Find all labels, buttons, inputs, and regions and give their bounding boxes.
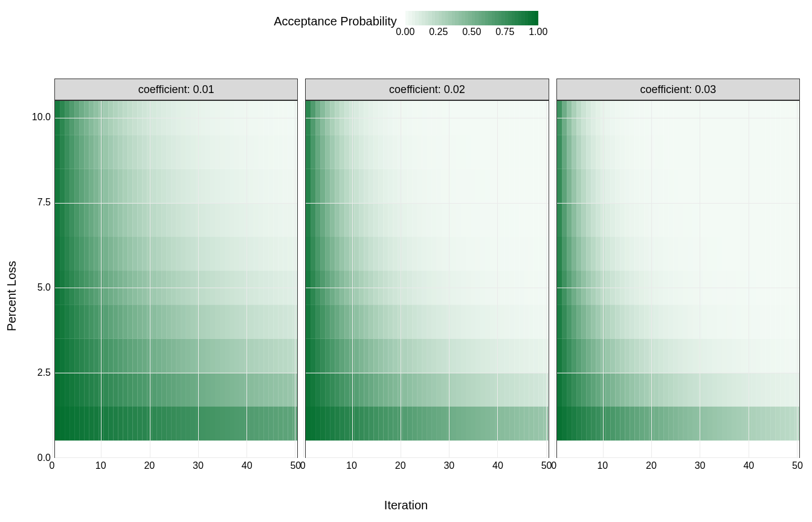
svg-rect-1177 xyxy=(688,304,692,338)
svg-rect-892 xyxy=(509,169,514,202)
svg-rect-753 xyxy=(320,237,325,271)
svg-rect-1410 xyxy=(605,135,610,169)
svg-rect-1266 xyxy=(634,237,639,271)
svg-rect-172 xyxy=(162,304,167,338)
svg-rect-812 xyxy=(364,203,369,237)
facet-strip: coefficient: 0.01 xyxy=(54,79,298,100)
svg-rect-10 xyxy=(103,407,108,440)
svg-rect-123 xyxy=(167,338,172,372)
svg-rect-34 xyxy=(220,407,225,440)
svg-rect-83 xyxy=(215,373,220,407)
svg-rect-443 xyxy=(263,135,268,169)
svg-rect-101 xyxy=(60,338,65,372)
svg-rect-401 xyxy=(60,135,65,169)
svg-rect-8 xyxy=(94,407,98,440)
svg-rect-796 xyxy=(529,237,534,271)
x-axis-ticks: 01020304050 xyxy=(54,458,298,475)
svg-rect-408 xyxy=(94,135,98,169)
svg-rect-1442 xyxy=(761,135,765,169)
svg-rect-858 xyxy=(345,169,350,202)
svg-rect-351 xyxy=(60,169,65,202)
svg-rect-280 xyxy=(201,237,205,271)
svg-rect-768 xyxy=(393,237,398,271)
svg-rect-872 xyxy=(413,169,417,202)
svg-rect-594 xyxy=(519,373,524,407)
svg-rect-656 xyxy=(335,304,340,338)
svg-rect-1344 xyxy=(770,203,775,237)
svg-rect-1081 xyxy=(707,373,712,407)
svg-rect-638 xyxy=(490,338,495,372)
svg-rect-1406 xyxy=(586,135,591,169)
svg-rect-1306 xyxy=(586,203,591,237)
svg-rect-1126 xyxy=(683,338,688,372)
svg-rect-1120 xyxy=(654,338,659,372)
svg-rect-1346 xyxy=(780,203,785,237)
svg-rect-503 xyxy=(320,407,325,440)
svg-rect-665 xyxy=(379,304,384,338)
svg-rect-1103 xyxy=(572,338,576,372)
svg-rect-441 xyxy=(254,135,259,169)
svg-rect-1051 xyxy=(562,373,567,407)
svg-rect-165 xyxy=(127,304,132,338)
svg-rect-1055 xyxy=(581,373,586,407)
svg-rect-763 xyxy=(369,237,374,271)
svg-rect-28 xyxy=(191,407,196,440)
svg-rect-336 xyxy=(230,203,234,237)
svg-rect-608 xyxy=(345,338,350,372)
svg-rect-823 xyxy=(417,203,422,237)
svg-rect-17 xyxy=(137,407,142,440)
svg-rect-888 xyxy=(490,169,495,202)
svg-rect-1183 xyxy=(717,304,722,338)
svg-rect-1068 xyxy=(644,373,649,407)
svg-rect-1017 xyxy=(639,407,644,440)
svg-rect-1148 xyxy=(790,338,794,372)
svg-rect-756 xyxy=(335,237,340,271)
svg-rect-1193 xyxy=(765,304,770,338)
svg-rect-363 xyxy=(118,169,123,202)
svg-rect-1361 xyxy=(610,169,615,202)
svg-rect-650 xyxy=(306,304,311,338)
svg-rect-534 xyxy=(471,407,475,440)
svg-rect-195 xyxy=(273,304,278,338)
svg-rect-676 xyxy=(432,304,437,338)
svg-rect-1250 xyxy=(557,237,562,271)
legend-inner: Acceptance Probability 0.000.250.500.751… xyxy=(274,11,538,40)
svg-rect-552 xyxy=(315,373,320,407)
svg-rect-1060 xyxy=(605,373,610,407)
svg-rect-1027 xyxy=(688,407,692,440)
svg-rect-815 xyxy=(379,203,384,237)
svg-rect-427 xyxy=(186,135,191,169)
svg-rect-848 xyxy=(539,203,544,237)
svg-rect-682 xyxy=(461,304,466,338)
svg-rect-1134 xyxy=(722,338,727,372)
svg-rect-1364 xyxy=(625,169,630,202)
svg-rect-291 xyxy=(254,237,259,271)
svg-rect-1426 xyxy=(683,135,688,169)
svg-rect-292 xyxy=(259,237,263,271)
svg-rect-677 xyxy=(437,304,442,338)
svg-rect-501 xyxy=(311,407,315,440)
svg-rect-1132 xyxy=(712,338,717,372)
svg-rect-527 xyxy=(437,407,442,440)
svg-rect-145 xyxy=(273,338,278,372)
svg-rect-836 xyxy=(480,203,485,237)
svg-rect-1264 xyxy=(625,237,630,271)
svg-rect-71 xyxy=(157,373,162,407)
svg-rect-673 xyxy=(417,304,422,338)
svg-rect-134 xyxy=(220,338,225,372)
svg-rect-92 xyxy=(259,373,263,407)
x-tick: 40 xyxy=(743,460,754,471)
svg-rect-168 xyxy=(142,304,147,338)
svg-rect-540 xyxy=(500,407,504,440)
svg-rect-1180 xyxy=(702,304,707,338)
svg-rect-1430 xyxy=(702,135,707,169)
chart-area: Percent Loss 0.02.55.07.510.0 coefficien… xyxy=(0,79,812,514)
svg-rect-824 xyxy=(422,203,427,237)
svg-rect-1334 xyxy=(722,203,727,237)
svg-rect-186 xyxy=(230,304,234,338)
svg-rect-371 xyxy=(157,169,162,202)
svg-rect-1090 xyxy=(751,373,756,407)
svg-rect-1168 xyxy=(644,304,649,338)
svg-rect-90 xyxy=(249,373,254,407)
x-tick: 30 xyxy=(443,460,454,471)
